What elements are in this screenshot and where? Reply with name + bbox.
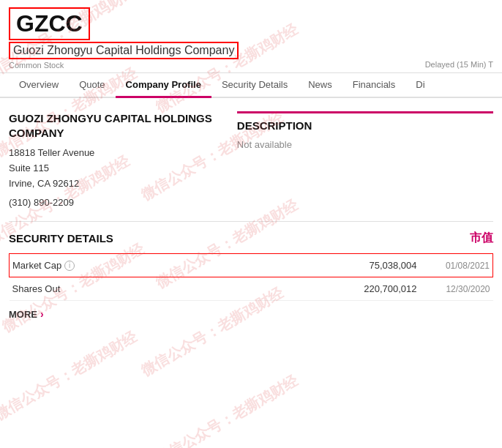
more-button[interactable]: MORE ›: [0, 301, 502, 327]
tab-company-profile[interactable]: Company Profile: [116, 73, 211, 98]
market-cap-label-cell: Market Cap i: [10, 254, 203, 277]
market-cap-row: Market Cap i 75,038,004 01/08/2021: [10, 254, 493, 277]
security-details-table: Market Cap i 75,038,004 01/08/2021 Share…: [9, 253, 493, 301]
shares-out-date: 12/30/2020: [420, 277, 493, 301]
phone-number: (310) 890-2209: [9, 197, 222, 208]
tab-quote[interactable]: Quote: [69, 73, 115, 98]
security-details-section: SECURITY DETAILS 市值 Market Cap i 75,038,…: [0, 222, 502, 301]
more-label: MORE: [9, 309, 37, 320]
address-line-2: Suite 115: [9, 161, 222, 176]
market-cap-cn-label: 市值: [470, 231, 493, 246]
more-arrow-icon: ›: [40, 308, 44, 320]
market-cap-label: Market Cap: [12, 260, 61, 271]
market-cap-value: 75,038,004: [203, 254, 420, 277]
market-cap-info-icon[interactable]: i: [64, 261, 75, 271]
address-line-3: Irvine, CA 92612: [9, 176, 222, 192]
tab-news[interactable]: News: [298, 73, 342, 98]
description-text: Not available: [237, 139, 493, 150]
delayed-label: Delayed (15 Min) T: [425, 60, 493, 69]
tab-security-details[interactable]: Security Details: [211, 73, 298, 98]
shares-out-value: 220,700,012: [203, 277, 420, 301]
shares-out-row: Shares Out i 220,700,012 12/30/2020: [10, 277, 493, 301]
nav-tabs: Overview Quote Company Profile Security …: [0, 73, 502, 98]
main-content: GUOZI ZHONGYU CAPITAL HOLDINGS COMPANY 1…: [0, 98, 502, 208]
tab-financials[interactable]: Financials: [342, 73, 406, 98]
tab-di[interactable]: Di: [405, 73, 435, 98]
company-profile-title: GUOZI ZHONGYU CAPITAL HOLDINGS COMPANY: [9, 111, 222, 140]
shares-out-label: Shares Out: [12, 283, 61, 294]
company-info-col: GUOZI ZHONGYU CAPITAL HOLDINGS COMPANY 1…: [9, 111, 222, 208]
company-full-name: Guozi Zhongyu Capital Holdings Company: [9, 42, 239, 59]
security-section-title: SECURITY DETAILS: [9, 232, 113, 244]
stock-type-label: Common Stock: [9, 61, 64, 70]
header: GZCC Guozi Zhongyu Capital Holdings Comp…: [0, 0, 502, 73]
description-col: DESCRIPTION Not available: [237, 111, 493, 208]
security-header-row: SECURITY DETAILS 市值: [9, 231, 493, 246]
market-cap-date: 01/08/2021: [420, 254, 493, 277]
description-header: DESCRIPTION: [237, 111, 493, 132]
shares-out-label-cell: Shares Out i: [10, 277, 203, 301]
ticker-symbol: GZCC: [9, 7, 90, 40]
tab-overview[interactable]: Overview: [9, 73, 69, 98]
address-line-1: 18818 Teller Avenue: [9, 146, 222, 161]
